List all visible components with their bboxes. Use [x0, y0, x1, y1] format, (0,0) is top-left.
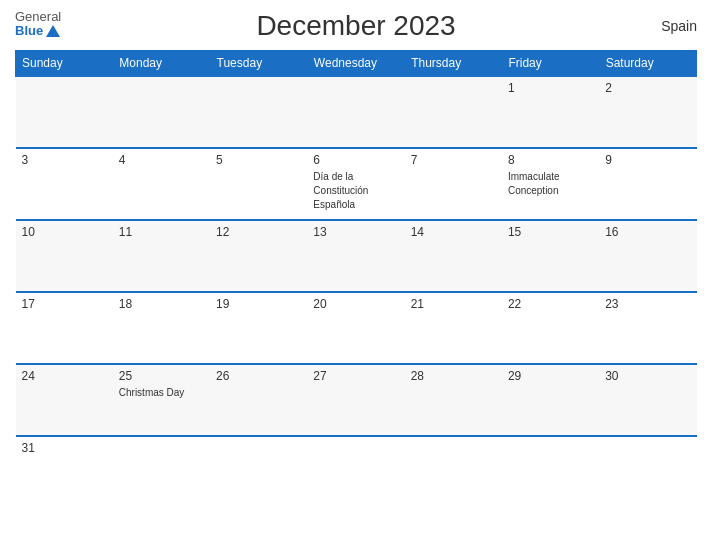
col-tuesday: Tuesday — [210, 51, 307, 77]
calendar-day-cell: 4 — [113, 148, 210, 220]
month-title: December 2023 — [256, 10, 455, 42]
day-number: 16 — [605, 225, 690, 239]
calendar-day-cell: 11 — [113, 220, 210, 292]
calendar-day-cell: 2 — [599, 76, 696, 148]
calendar-day-cell: 3 — [16, 148, 113, 220]
calendar-week-row: 17181920212223 — [16, 292, 697, 364]
holiday-text: Christmas Day — [119, 387, 185, 398]
day-number: 30 — [605, 369, 690, 383]
calendar-day-cell: 5 — [210, 148, 307, 220]
calendar-week-row: 2425Christmas Day2627282930 — [16, 364, 697, 436]
calendar-day-cell: 25Christmas Day — [113, 364, 210, 436]
calendar-day-cell: 18 — [113, 292, 210, 364]
calendar-day-cell — [16, 76, 113, 148]
calendar-week-row: 3456Día de la Constitución Española78Imm… — [16, 148, 697, 220]
calendar-day-cell: 24 — [16, 364, 113, 436]
day-number: 27 — [313, 369, 398, 383]
day-number: 5 — [216, 153, 301, 167]
col-wednesday: Wednesday — [307, 51, 404, 77]
calendar-day-cell: 27 — [307, 364, 404, 436]
calendar-day-cell — [210, 76, 307, 148]
holiday-text: Día de la Constitución Española — [313, 171, 368, 210]
day-number: 17 — [22, 297, 107, 311]
logo-triangle-icon — [46, 25, 60, 37]
calendar-week-row: 12 — [16, 76, 697, 148]
day-number: 10 — [22, 225, 107, 239]
calendar-day-cell: 19 — [210, 292, 307, 364]
col-thursday: Thursday — [405, 51, 502, 77]
day-number: 22 — [508, 297, 593, 311]
day-number: 11 — [119, 225, 204, 239]
day-number: 4 — [119, 153, 204, 167]
calendar-day-cell: 23 — [599, 292, 696, 364]
day-number: 1 — [508, 81, 593, 95]
calendar-header-row: Sunday Monday Tuesday Wednesday Thursday… — [16, 51, 697, 77]
col-friday: Friday — [502, 51, 599, 77]
calendar-week-row: 31 — [16, 436, 697, 508]
calendar-day-cell — [113, 436, 210, 508]
day-number: 28 — [411, 369, 496, 383]
day-number: 2 — [605, 81, 690, 95]
day-number: 25 — [119, 369, 204, 383]
calendar-day-cell — [502, 436, 599, 508]
calendar-day-cell: 8Immaculate Conception — [502, 148, 599, 220]
calendar-body: 123456Día de la Constitución Española78I… — [16, 76, 697, 508]
calendar-table: Sunday Monday Tuesday Wednesday Thursday… — [15, 50, 697, 508]
calendar-day-cell — [113, 76, 210, 148]
calendar-day-cell — [307, 436, 404, 508]
day-number: 6 — [313, 153, 398, 167]
calendar-day-cell: 9 — [599, 148, 696, 220]
calendar-day-cell: 16 — [599, 220, 696, 292]
calendar-day-cell: 6Día de la Constitución Española — [307, 148, 404, 220]
calendar-day-cell: 17 — [16, 292, 113, 364]
logo-blue-text: Blue — [15, 24, 60, 38]
calendar-day-cell: 14 — [405, 220, 502, 292]
calendar-day-cell: 7 — [405, 148, 502, 220]
calendar-day-cell: 13 — [307, 220, 404, 292]
day-number: 26 — [216, 369, 301, 383]
calendar-day-cell — [405, 76, 502, 148]
calendar-day-cell: 29 — [502, 364, 599, 436]
day-number: 13 — [313, 225, 398, 239]
calendar-day-cell: 30 — [599, 364, 696, 436]
weekday-row: Sunday Monday Tuesday Wednesday Thursday… — [16, 51, 697, 77]
day-number: 7 — [411, 153, 496, 167]
calendar-day-cell: 10 — [16, 220, 113, 292]
day-number: 20 — [313, 297, 398, 311]
calendar-header: General Blue December 2023 Spain — [15, 10, 697, 42]
calendar-day-cell: 21 — [405, 292, 502, 364]
calendar-day-cell: 22 — [502, 292, 599, 364]
day-number: 14 — [411, 225, 496, 239]
calendar-day-cell: 20 — [307, 292, 404, 364]
day-number: 23 — [605, 297, 690, 311]
day-number: 9 — [605, 153, 690, 167]
calendar-week-row: 10111213141516 — [16, 220, 697, 292]
country-label: Spain — [661, 18, 697, 34]
calendar-day-cell — [405, 436, 502, 508]
day-number: 21 — [411, 297, 496, 311]
day-number: 24 — [22, 369, 107, 383]
calendar-day-cell: 28 — [405, 364, 502, 436]
day-number: 18 — [119, 297, 204, 311]
calendar-day-cell — [599, 436, 696, 508]
calendar-day-cell — [307, 76, 404, 148]
calendar-day-cell — [210, 436, 307, 508]
logo-general-text: General — [15, 10, 61, 24]
logo: General Blue — [15, 10, 61, 39]
day-number: 31 — [22, 441, 107, 455]
day-number: 8 — [508, 153, 593, 167]
calendar-day-cell: 1 — [502, 76, 599, 148]
calendar-day-cell: 15 — [502, 220, 599, 292]
holiday-text: Immaculate Conception — [508, 171, 560, 196]
day-number: 29 — [508, 369, 593, 383]
calendar-container: General Blue December 2023 Spain Sunday … — [0, 0, 712, 550]
calendar-day-cell: 26 — [210, 364, 307, 436]
day-number: 19 — [216, 297, 301, 311]
day-number: 3 — [22, 153, 107, 167]
day-number: 12 — [216, 225, 301, 239]
col-sunday: Sunday — [16, 51, 113, 77]
col-monday: Monday — [113, 51, 210, 77]
day-number: 15 — [508, 225, 593, 239]
calendar-day-cell: 12 — [210, 220, 307, 292]
calendar-day-cell: 31 — [16, 436, 113, 508]
